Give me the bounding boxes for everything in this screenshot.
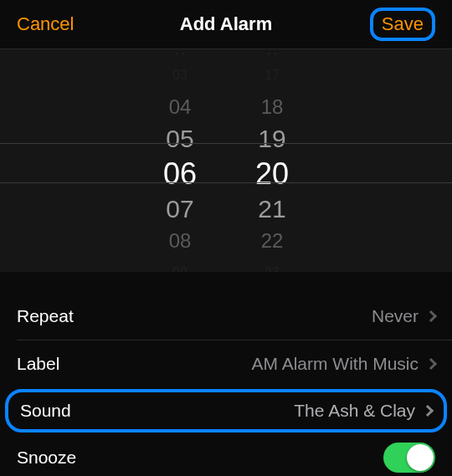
label-label: Label bbox=[17, 354, 59, 374]
cancel-button[interactable]: Cancel bbox=[17, 13, 74, 35]
hour-option: 05 bbox=[166, 123, 193, 155]
minute-option: 18 bbox=[261, 91, 284, 123]
snooze-row: Snooze bbox=[0, 434, 452, 476]
repeat-label: Repeat bbox=[17, 306, 74, 326]
label-row[interactable]: Label AM Alarm With Music bbox=[0, 340, 452, 387]
hour-option: 09 bbox=[172, 257, 187, 273]
sound-row[interactable]: Sound The Ash & Clay bbox=[5, 389, 447, 432]
time-picker[interactable]: • • 03 04 05 06 07 08 09 • • 17 18 19 20… bbox=[0, 49, 452, 273]
settings-list: Repeat Never Label AM Alarm With Music S… bbox=[0, 273, 452, 476]
repeat-value: Never bbox=[372, 306, 435, 326]
snooze-toggle[interactable] bbox=[383, 443, 435, 473]
chevron-right-icon bbox=[425, 310, 437, 322]
hour-option: 07 bbox=[166, 193, 193, 225]
minute-option: 21 bbox=[258, 193, 285, 225]
minute-option: 19 bbox=[258, 123, 285, 155]
snooze-label: Snooze bbox=[17, 448, 76, 468]
save-button-label: Save bbox=[382, 13, 424, 34]
minute-selected: 20 bbox=[255, 155, 289, 193]
minute-option: 23 bbox=[265, 257, 280, 273]
save-button[interactable]: Save bbox=[370, 8, 435, 41]
hour-option: 04 bbox=[169, 91, 192, 123]
toggle-knob bbox=[407, 444, 434, 471]
hour-option: 08 bbox=[169, 225, 192, 257]
label-value: AM Alarm With Music bbox=[251, 354, 435, 374]
hour-wheel[interactable]: • • 03 04 05 06 07 08 09 bbox=[134, 49, 226, 272]
sound-label: Sound bbox=[20, 401, 71, 421]
minute-option: 17 bbox=[265, 59, 280, 91]
hour-option: 03 bbox=[172, 59, 187, 91]
repeat-row[interactable]: Repeat Never bbox=[0, 293, 452, 340]
header: Cancel Add Alarm Save bbox=[0, 0, 452, 49]
minute-option: 22 bbox=[261, 225, 284, 257]
chevron-right-icon bbox=[425, 358, 437, 370]
chevron-right-icon bbox=[422, 405, 434, 417]
hour-selected: 06 bbox=[163, 155, 197, 193]
minute-wheel[interactable]: • • 17 18 19 20 21 22 23 bbox=[226, 49, 318, 272]
sound-value: The Ash & Clay bbox=[294, 401, 432, 421]
